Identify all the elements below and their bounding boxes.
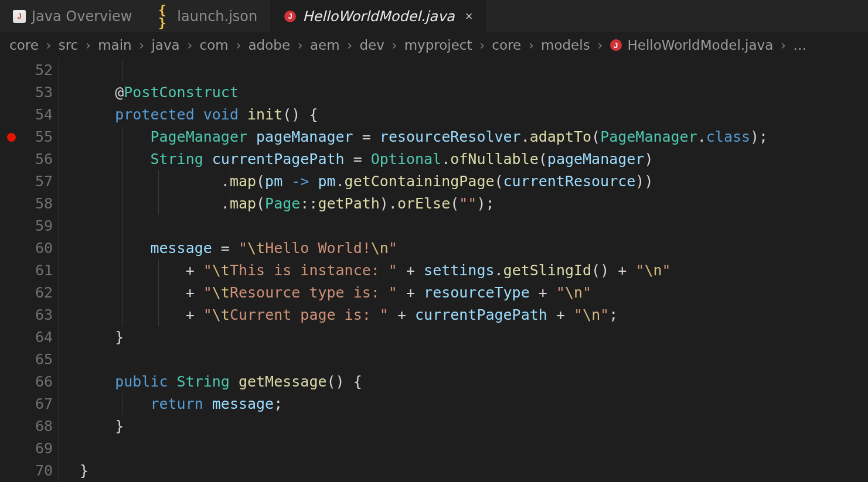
- code-line[interactable]: [80, 215, 868, 237]
- crumb-more[interactable]: …: [793, 37, 808, 53]
- token-punc: (: [256, 173, 265, 190]
- close-icon[interactable]: ×: [465, 9, 473, 24]
- indent-guide: [230, 193, 230, 215]
- token-plain: [389, 306, 397, 323]
- crumb-aem[interactable]: aem: [310, 37, 340, 53]
- code-line[interactable]: + "\tResource type is: " + resourceType …: [80, 282, 868, 304]
- token-plain: [230, 373, 239, 390]
- breakpoint-cell[interactable]: [0, 282, 22, 304]
- line-number: 58: [22, 193, 53, 215]
- breakpoint-cell[interactable]: [0, 393, 22, 415]
- token-punc: (: [591, 128, 600, 145]
- token-plain: [80, 284, 186, 301]
- breakpoint-cell[interactable]: [0, 59, 22, 81]
- code-line[interactable]: protected void init() {: [80, 104, 868, 126]
- token-op: =: [353, 151, 362, 167]
- crumb-models[interactable]: models: [541, 37, 590, 53]
- crumb-adobe[interactable]: adobe: [249, 37, 291, 53]
- crumb-myproject[interactable]: myproject: [404, 37, 472, 53]
- breakpoint-cell[interactable]: [0, 170, 22, 193]
- brace-icon: { }: [158, 10, 171, 23]
- chevron-right-icon: ›: [474, 37, 489, 53]
- code-editor[interactable]: 52535455565758596061626364656667686970 @…: [0, 58, 868, 482]
- code-line[interactable]: + "\tThis is instance: " + settings.getS…: [80, 259, 868, 282]
- indent-guide: [122, 148, 123, 170]
- token-type: String: [177, 373, 230, 390]
- code-line[interactable]: [80, 348, 868, 371]
- crumb-core[interactable]: core: [9, 37, 39, 53]
- code-area[interactable]: @PostConstruct protected void init() { P…: [80, 58, 868, 482]
- breakpoint-cell[interactable]: [0, 126, 22, 148]
- code-line[interactable]: + "\tCurrent page is: " + currentPagePat…: [80, 304, 868, 326]
- tab-label: Java Overview: [32, 8, 132, 25]
- token-plain: [397, 262, 406, 279]
- crumb-file[interactable]: HelloWorldModel.java: [628, 37, 774, 53]
- breakpoint-cell[interactable]: [0, 437, 22, 460]
- tab-java-overview[interactable]: J Java Overview: [0, 0, 145, 32]
- crumb-core2[interactable]: core: [492, 37, 521, 53]
- token-str: ": [203, 306, 212, 323]
- chevron-right-icon: ›: [593, 37, 608, 53]
- token-plain: [353, 128, 362, 145]
- code-line[interactable]: return message;: [80, 393, 868, 415]
- breakpoint-cell[interactable]: [0, 148, 22, 170]
- code-line[interactable]: [80, 59, 868, 81]
- breakpoint-cell[interactable]: [0, 460, 22, 482]
- token-plain: [247, 128, 256, 145]
- code-line[interactable]: .map(Page::getPath).orElse("");: [80, 193, 868, 215]
- token-fn: getPath: [318, 195, 379, 212]
- crumb-com[interactable]: com: [200, 37, 229, 53]
- code-line[interactable]: public String getMessage() {: [80, 371, 868, 393]
- breakpoint-cell[interactable]: [0, 371, 22, 393]
- code-line[interactable]: .map(pm -> pm.getContainingPage(currentR…: [80, 170, 868, 193]
- breakpoint-icon[interactable]: [7, 133, 16, 142]
- token-esc: \t: [212, 262, 230, 279]
- code-line[interactable]: message = "\tHello World!\n": [80, 237, 868, 259]
- breakpoint-cell[interactable]: [0, 215, 22, 237]
- token-plain: [547, 306, 556, 323]
- crumb-java[interactable]: java: [151, 37, 179, 53]
- breakpoint-cell[interactable]: [0, 259, 22, 282]
- crumb-dev[interactable]: dev: [359, 37, 384, 53]
- token-plain: [80, 262, 186, 279]
- code-line[interactable]: @PostConstruct: [80, 81, 868, 104]
- token-punc: ): [644, 151, 653, 167]
- code-line[interactable]: [80, 437, 868, 460]
- token-str: ": [380, 306, 389, 323]
- token-punc: (: [494, 173, 503, 190]
- breakpoint-cell[interactable]: [0, 415, 22, 437]
- breakpoint-cell[interactable]: [0, 81, 22, 104]
- indent-guide: [122, 59, 123, 81]
- code-line[interactable]: }: [80, 460, 868, 482]
- breakpoint-cell[interactable]: [0, 348, 22, 371]
- breakpoint-cell[interactable]: [0, 193, 22, 215]
- code-line[interactable]: }: [80, 326, 868, 348]
- token-punc: ).: [380, 195, 397, 212]
- tab-helloworldmodel[interactable]: J HelloWorldModel.java ×: [271, 0, 486, 32]
- token-plain: [195, 262, 203, 279]
- breakpoint-cell[interactable]: [0, 104, 22, 126]
- code-line[interactable]: String currentPagePath = Optional.ofNull…: [80, 148, 868, 170]
- line-number: 57: [22, 170, 53, 193]
- breakpoint-cell[interactable]: [0, 326, 22, 348]
- breakpoint-cell[interactable]: [0, 237, 22, 259]
- token-plain: [547, 284, 556, 301]
- chevron-right-icon: ›: [342, 37, 358, 53]
- token-op: =: [362, 128, 371, 145]
- token-str: Current page is:: [230, 306, 380, 323]
- token-kw: return: [150, 395, 203, 412]
- crumb-src[interactable]: src: [59, 37, 79, 53]
- indent-guide: [122, 282, 123, 304]
- indent-guide: [122, 237, 123, 259]
- line-number: 70: [22, 460, 53, 482]
- crumb-main[interactable]: main: [98, 37, 131, 53]
- breakpoint-gutter[interactable]: [0, 58, 22, 482]
- line-number: 63: [22, 304, 53, 326]
- breakpoint-cell[interactable]: [0, 304, 22, 326]
- tab-launch-json[interactable]: { } launch.json: [145, 0, 271, 32]
- code-line[interactable]: }: [80, 415, 868, 437]
- line-number: 65: [22, 348, 53, 371]
- code-line[interactable]: PageManager pageManager = resourceResolv…: [80, 126, 868, 148]
- chevron-right-icon: ›: [134, 37, 149, 53]
- token-plain: [609, 262, 618, 279]
